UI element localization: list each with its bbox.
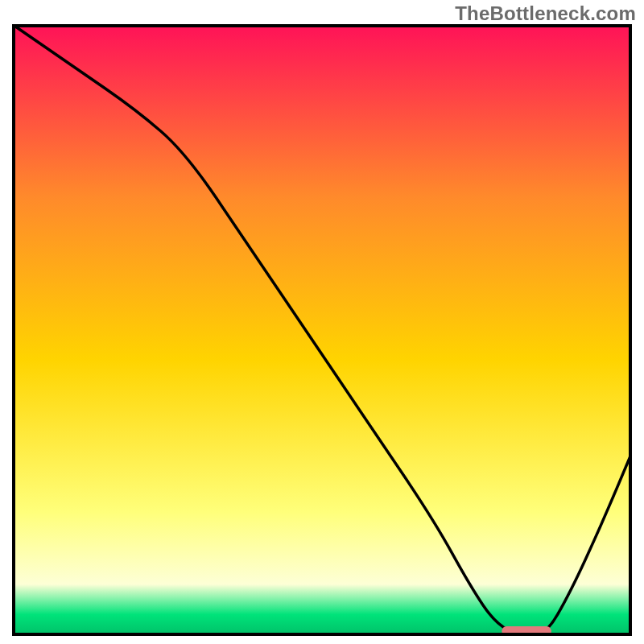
plot-area xyxy=(12,24,632,636)
plot-svg xyxy=(12,24,632,636)
gradient-background xyxy=(15,27,629,633)
watermark-label: TheBottleneck.com xyxy=(455,2,636,25)
chart-stage: TheBottleneck.com xyxy=(0,0,644,644)
